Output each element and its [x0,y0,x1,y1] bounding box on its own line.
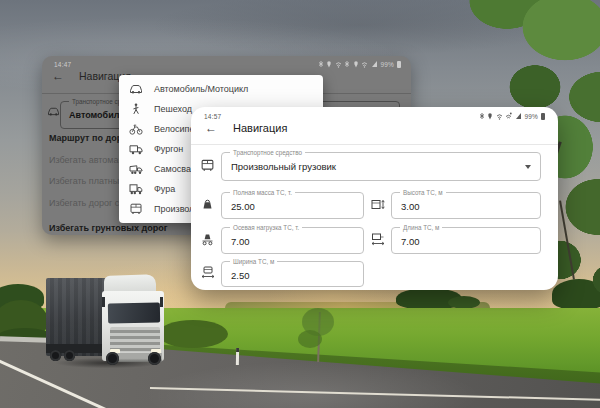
axle-load-field[interactable]: Осевая нагрузка ТС, т. 7.00 [221,227,364,254]
truck-wheel [106,352,119,365]
car-icon [47,106,60,116]
volte-icon [505,112,512,120]
status-time: 14:47 [54,61,71,68]
axle-load-icon [201,233,214,246]
status-icons: 99% [479,112,545,120]
bluetooth-icon [479,112,485,120]
back-arrow-button[interactable]: ← [205,122,217,134]
truck-windshield [108,303,160,324]
pedestrian-icon [129,103,143,115]
truck-wheel [148,352,161,365]
signal-icon [371,60,378,68]
status-bar: 14:57 99% [191,107,558,120]
field-value: 3.00 [401,201,420,212]
bluetooth-icon [318,60,324,68]
width-icon [201,266,215,279]
width-field[interactable]: Ширина ТС, м 2.50 [221,261,364,287]
battery-percent: 99% [524,113,538,120]
location-icon [326,60,332,68]
van-icon [129,143,143,155]
vehicle-select-label: Транспортное средство [230,149,305,156]
bluetooth-icon [344,60,350,68]
location-icon [487,112,493,120]
sapling-foliage [298,330,322,348]
page-title: Навигация [233,122,287,134]
length-icon [371,233,385,246]
truck-mirror [102,297,105,307]
field-label: Высота ТС, м [400,189,446,196]
truck-mirror [160,297,163,307]
back-arrow-button[interactable]: ← [52,70,64,82]
network-icon [335,60,342,68]
network-icon [361,60,368,68]
signal-icon [515,112,522,120]
menu-item-car[interactable]: Автомобиль/Мотоцикл [119,79,323,99]
list-item-avoid-unpaved[interactable]: Избегать грунтовых дорог [49,223,168,233]
field-value: 2.50 [231,270,250,281]
bicycle-icon [129,123,143,135]
battery-percent: 99% [380,61,394,68]
height-field[interactable]: Высота ТС, м 3.00 [391,192,541,219]
semi-truck-icon [129,183,143,195]
chevron-down-icon [525,165,531,169]
field-value: 7.00 [401,236,420,247]
custom-truck-icon [200,159,215,172]
status-time: 14:57 [204,113,221,120]
list-item-avoid-roads[interactable]: Избегать дорог с [49,198,119,208]
wifi-icon [496,112,503,120]
truck-wheel [64,350,75,361]
dump-truck-icon [129,163,143,175]
header-divider [191,144,558,145]
length-field[interactable]: Длина ТС, м 7.00 [391,227,541,254]
field-label: Ширина ТС, м [230,258,277,265]
battery-icon [397,61,402,68]
roadside-post [236,348,239,365]
location-icon [353,60,359,68]
status-icons: 99% [318,60,401,68]
vehicle-select-value: Произвольный грузовик [231,161,336,172]
field-label: Длина ТС, м [400,224,442,231]
field-label: Осевая нагрузка ТС, т. [230,224,302,231]
navigation-settings-screen: 14:57 99% ← Навигация Транспортное средс… [191,107,558,290]
list-item-avoid-motorways[interactable]: Избегать автомаг [49,155,122,165]
field-value: 7.00 [231,236,250,247]
promo-composite: 14:47 99% ← Навигация Транспортное средс… [0,0,600,408]
list-item-avoid-toll[interactable]: Избегать платных [49,176,124,186]
battery-icon [541,113,546,120]
status-bar: 14:47 99% [42,56,411,68]
truck-photo [38,270,183,370]
height-icon [371,198,385,211]
field-label: Полная масса ТС, т. [230,189,295,196]
truck-wheel [50,350,61,361]
car-icon [129,83,143,94]
vehicle-select-field[interactable]: Транспортное средство Произвольный грузо… [221,152,541,181]
weight-icon [201,198,214,211]
field-value: 25.00 [231,201,255,212]
gross-weight-field[interactable]: Полная масса ТС, т. 25.00 [221,192,364,219]
custom-truck-icon [129,203,143,215]
